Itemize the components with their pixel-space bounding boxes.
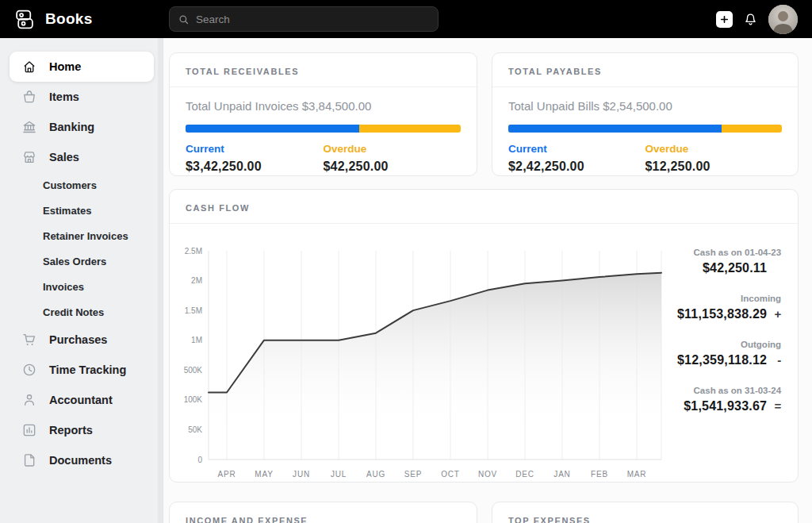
sidebar-item-label: Time Tracking (49, 363, 126, 376)
sidebar-subitem-customers[interactable]: Customers (10, 172, 154, 198)
sidebar-item-label: Purchases (49, 333, 107, 346)
svg-text:100K: 100K (184, 395, 203, 404)
svg-text:AUG: AUG (366, 470, 385, 479)
bell-icon (743, 11, 758, 28)
payables-overdue-value: $12,250.00 (645, 160, 783, 174)
cashflow-summary-value: $42,250.11 (703, 261, 767, 275)
cashflow-summary-row: Outgoing$12,359,118.12- (677, 340, 781, 367)
sidebar-item-accountant[interactable]: Accountant (10, 385, 154, 415)
svg-text:MAY: MAY (255, 470, 273, 479)
sidebar-item-label: Home (49, 60, 81, 73)
payables-current-value: $2,42,250.00 (508, 160, 645, 174)
documents-icon (21, 452, 37, 468)
sidebar-item-label: Sales (49, 151, 79, 163)
total-receivables-card: TOTAL RECEIVABLES Total Unpaid Invoices … (169, 52, 477, 176)
payables-progress-bar (508, 125, 782, 133)
time-icon (21, 362, 37, 378)
receivables-current-fill (186, 125, 359, 133)
books-logo-icon (13, 9, 36, 30)
payables-card-title: TOTAL PAYABLES (508, 67, 602, 76)
cashflow-summary-label: Cash as on 31-03-24 (677, 386, 781, 395)
sidebar-item-sales[interactable]: Sales (10, 142, 154, 172)
search-input[interactable] (196, 13, 430, 25)
sidebar-item-items[interactable]: Items (10, 82, 154, 112)
income-expense-card-title: INCOME AND EXPENSE (186, 516, 308, 523)
svg-text:2.5M: 2.5M (185, 247, 202, 256)
cashflow-summary-row: Incoming$11,153,838.29+ (677, 294, 781, 321)
sidebar-item-label: Accountant (49, 394, 113, 406)
app-window: Books (0, 0, 812, 523)
search-box[interactable] (169, 6, 439, 32)
income-and-expense-card: INCOME AND EXPENSE (169, 502, 477, 523)
sidebar-subitem-label: Estimates (43, 205, 91, 217)
svg-text:500K: 500K (184, 366, 203, 375)
sidebar-subitem-sales-orders[interactable]: Sales Orders (10, 248, 154, 274)
sidebar-item-home[interactable]: Home (10, 52, 154, 82)
add-new-button[interactable] (716, 11, 733, 28)
cashflow-summary-value: $12,359,118.12 (677, 353, 767, 367)
plus-icon (719, 14, 730, 25)
top-header: Books (0, 0, 812, 38)
home-icon (21, 59, 37, 75)
cashflow-summary-row: Cash as on 31-03-24$1,541,933.67= (677, 386, 781, 413)
cashflow-summary-row: Cash as on 01-04-23$42,250.11 (677, 248, 781, 275)
sidebar-item-documents[interactable]: Documents (10, 445, 154, 475)
sidebar-subitem-retainer-invoices[interactable]: Retainer Invoices (10, 223, 154, 248)
svg-text:1.5M: 1.5M (185, 306, 202, 315)
payables-current-fill (508, 125, 722, 133)
svg-text:FEB: FEB (591, 470, 608, 479)
accountant-icon (21, 392, 37, 408)
top-expenses-card-title: TOP EXPENSES (508, 516, 591, 523)
svg-text:JAN: JAN (553, 470, 570, 479)
svg-text:1M: 1M (191, 336, 202, 344)
sidebar-item-label: Items (49, 90, 79, 103)
cashflow-summary-operator: - (767, 353, 781, 367)
total-payables-card: TOTAL PAYABLES Total Unpaid Bills $2,54,… (492, 52, 799, 176)
reports-icon (21, 422, 37, 438)
items-icon (21, 89, 37, 105)
cashflow-summary-operator: = (767, 399, 781, 413)
cash-flow-card: CASH FLOW 050K100K500K1M1.5M2M2.5MAPRMAY… (169, 189, 799, 483)
sidebar-item-banking[interactable]: Banking (10, 112, 154, 142)
cash-flow-summary: Cash as on 01-04-23$42,250.11Incoming$11… (677, 224, 799, 486)
cash-flow-card-title: CASH FLOW (186, 203, 250, 213)
brand: Books (13, 0, 93, 38)
svg-text:0: 0 (197, 456, 202, 464)
svg-text:JUN: JUN (293, 470, 310, 479)
payables-current-label: Current (508, 143, 645, 155)
svg-text:OCT: OCT (441, 470, 460, 479)
cashflow-summary-label: Incoming (677, 294, 781, 303)
receivables-current-value: $3,42,250.00 (186, 160, 324, 174)
search-icon (178, 13, 190, 25)
sidebar-subitem-label: Retainer Invoices (43, 230, 128, 242)
receivables-overdue-value: $42,250.00 (324, 160, 462, 174)
svg-text:SEP: SEP (404, 470, 422, 479)
receivables-subtitle: Total Unpaid Invoices $3,84,500.00 (186, 99, 461, 113)
top-expenses-card: TOP EXPENSES (492, 502, 799, 523)
sidebar-subitem-label: Sales Orders (43, 256, 106, 267)
payables-overdue-label: Overdue (645, 143, 783, 155)
sidebar-subitem-credit-notes[interactable]: Credit Notes (10, 299, 154, 325)
receivables-progress-bar (186, 125, 461, 133)
cashflow-summary-label: Cash as on 01-04-23 (677, 248, 781, 257)
purchases-icon (21, 332, 37, 348)
banking-icon (21, 119, 37, 135)
sidebar-subitem-estimates[interactable]: Estimates (10, 198, 154, 223)
cash-flow-chart: 050K100K500K1M1.5M2M2.5MAPRMAYJUNJULAUGS… (170, 224, 677, 486)
sidebar-subitem-label: Customers (43, 179, 97, 191)
user-avatar[interactable] (768, 5, 798, 34)
sidebar-item-time-tracking[interactable]: Time Tracking (10, 355, 154, 385)
sidebar-subitem-label: Credit Notes (43, 306, 104, 318)
cashflow-summary-label: Outgoing (677, 340, 781, 349)
sidebar-item-reports[interactable]: Reports (10, 415, 154, 445)
sidebar: HomeItemsBankingSalesCustomersEstimatesR… (0, 38, 163, 523)
sidebar-item-purchases[interactable]: Purchases (10, 325, 154, 355)
receivables-card-title: TOTAL RECEIVABLES (186, 67, 299, 76)
notifications-button[interactable] (743, 11, 758, 28)
sidebar-subitem-invoices[interactable]: Invoices (10, 274, 154, 299)
cashflow-summary-value: $1,541,933.67 (684, 399, 767, 413)
receivables-current-label: Current (186, 143, 324, 155)
sidebar-item-label: Reports (49, 424, 93, 436)
receivables-overdue-label: Overdue (324, 143, 462, 155)
cashflow-summary-value: $11,153,838.29 (677, 307, 767, 321)
